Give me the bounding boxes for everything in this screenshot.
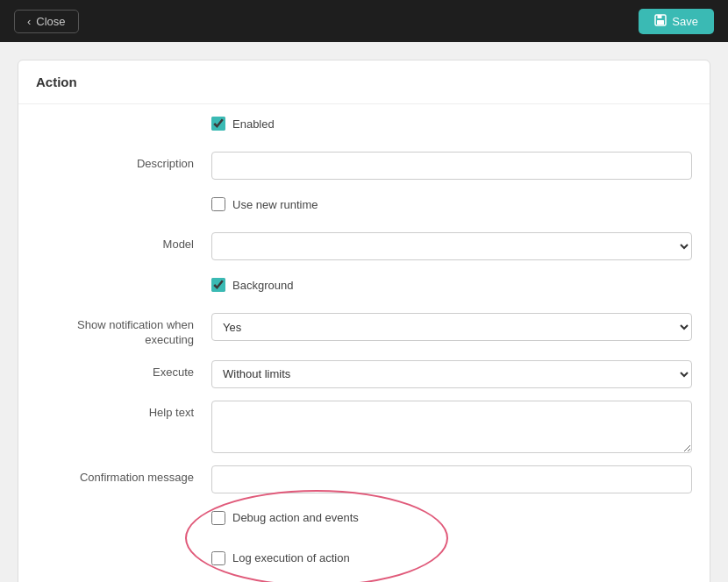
log-control: Log execution of action bbox=[211, 546, 692, 565]
background-checkbox[interactable] bbox=[211, 278, 225, 292]
background-label: Background bbox=[232, 279, 293, 292]
background-checkbox-label[interactable]: Background bbox=[211, 273, 692, 292]
execute-row: Execute Without limits Once Multiple tim… bbox=[36, 360, 692, 388]
confirmation-message-label: Confirmation message bbox=[36, 465, 211, 486]
save-icon bbox=[654, 14, 667, 29]
enabled-checkbox-label[interactable]: Enabled bbox=[211, 111, 692, 131]
model-label: Model bbox=[36, 232, 211, 252]
runtime-checkbox[interactable] bbox=[211, 197, 225, 211]
log-spacer bbox=[36, 546, 211, 551]
description-control bbox=[211, 152, 692, 180]
enabled-control: Enabled bbox=[211, 111, 692, 131]
form-section: Enabled Description Use new runtime bbox=[18, 111, 710, 574]
log-checkbox-label[interactable]: Log execution of action bbox=[211, 546, 692, 565]
svg-rect-2 bbox=[657, 20, 664, 25]
execute-select[interactable]: Without limits Once Multiple times bbox=[211, 360, 692, 388]
help-text-row: Help text bbox=[36, 401, 692, 453]
confirmation-message-input[interactable] bbox=[211, 465, 692, 493]
execute-control: Without limits Once Multiple times bbox=[211, 360, 692, 388]
enabled-checkbox[interactable] bbox=[211, 117, 225, 131]
model-row: Model bbox=[36, 232, 692, 260]
enabled-spacer bbox=[36, 111, 211, 117]
description-label: Description bbox=[36, 152, 211, 172]
save-button[interactable]: Save bbox=[639, 9, 714, 34]
background-spacer bbox=[36, 273, 211, 278]
debug-action-row: Debug action and events bbox=[36, 506, 692, 534]
main-content: Action Enabled Description bbox=[0, 42, 728, 582]
save-label: Save bbox=[672, 15, 698, 28]
debug-checkbox[interactable] bbox=[211, 511, 225, 525]
log-label: Log execution of action bbox=[232, 551, 350, 564]
debug-checkbox-label[interactable]: Debug action and events bbox=[211, 506, 692, 525]
log-execution-row: Log execution of action bbox=[36, 546, 692, 574]
execute-label: Execute bbox=[36, 360, 211, 380]
help-text-control bbox=[211, 401, 692, 453]
runtime-spacer bbox=[36, 192, 211, 197]
close-label: Close bbox=[36, 15, 65, 28]
show-notification-row: Show notification when executing Yes No bbox=[36, 313, 692, 348]
runtime-checkbox-label[interactable]: Use new runtime bbox=[211, 192, 692, 211]
description-row: Description bbox=[36, 152, 692, 180]
action-card: Action Enabled Description bbox=[18, 60, 710, 582]
confirmation-message-row: Confirmation message bbox=[36, 465, 692, 493]
help-text-label: Help text bbox=[36, 401, 211, 421]
runtime-row: Use new runtime bbox=[36, 192, 692, 220]
runtime-control: Use new runtime bbox=[211, 192, 692, 211]
show-notification-control: Yes No bbox=[211, 313, 692, 341]
debug-spacer bbox=[36, 506, 211, 511]
description-input[interactable] bbox=[211, 152, 692, 180]
runtime-label: Use new runtime bbox=[232, 198, 318, 211]
show-notification-select[interactable]: Yes No bbox=[211, 313, 692, 341]
chevron-left-icon: ‹ bbox=[27, 15, 31, 28]
show-notification-label: Show notification when executing bbox=[36, 313, 211, 348]
card-title: Action bbox=[18, 60, 710, 104]
debug-label: Debug action and events bbox=[232, 511, 359, 524]
model-select[interactable] bbox=[211, 232, 692, 260]
debug-control: Debug action and events bbox=[211, 506, 692, 525]
background-control: Background bbox=[211, 273, 692, 292]
help-text-input[interactable] bbox=[211, 401, 692, 453]
enabled-label: Enabled bbox=[232, 117, 275, 131]
background-row: Background bbox=[36, 273, 692, 301]
svg-rect-1 bbox=[658, 15, 662, 18]
confirmation-message-control bbox=[211, 465, 692, 493]
model-control bbox=[211, 232, 692, 260]
debug-section: Debug action and events Log execution of… bbox=[36, 506, 692, 574]
close-button[interactable]: ‹ Close bbox=[14, 10, 79, 33]
topbar: ‹ Close Save bbox=[0, 0, 728, 42]
log-checkbox[interactable] bbox=[211, 551, 225, 565]
enabled-row: Enabled bbox=[36, 111, 692, 139]
